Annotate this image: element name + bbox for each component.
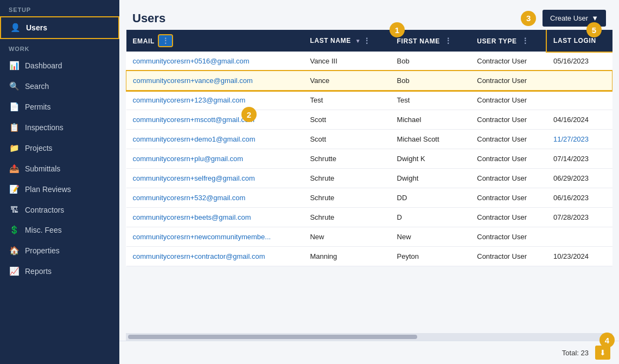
sidebar: SETUP 👤 Users WORK 📊 Dashboard 🔍 Search … — [0, 0, 119, 364]
email-link[interactable]: communitycoresrn+selfreg@gmail.com — [133, 174, 255, 182]
cell-email: communitycoresrn+beets@gmail.com — [126, 208, 304, 227]
sidebar-item-users-label: Users — [26, 23, 47, 32]
cell-last-name: Schrute — [303, 188, 390, 208]
horizontal-scrollbar[interactable] — [126, 333, 612, 341]
cell-user-type: Contractor User — [470, 227, 547, 247]
col-last-login-label: LAST LOGIN — [553, 37, 596, 44]
email-link[interactable]: communitycoresrn+demo1@gmail.com — [133, 135, 256, 143]
col-user-type: USER TYPE ⋮ — [470, 30, 547, 52]
dropdown-arrow-icon: ▼ — [591, 14, 598, 22]
sidebar-item-inspections[interactable]: 📋 Inspections — [0, 117, 119, 138]
annotation-1: 1 — [390, 22, 405, 37]
sidebar-item-properties[interactable]: 🏠 Properties — [0, 240, 119, 261]
cell-first-name: Dwight K — [391, 149, 471, 169]
email-link[interactable]: communitycoresrn+newcommunitymembe... — [133, 233, 271, 241]
first-name-menu-dots[interactable]: ⋮ — [444, 36, 452, 45]
cell-user-type: Contractor User — [470, 188, 547, 208]
sidebar-item-inspections-label: Inspections — [25, 123, 63, 132]
sidebar-item-contractors-label: Contractors — [25, 206, 64, 214]
table-header-row: EMAIL ⋮ LAST NAME ▼ ⋮ — [126, 30, 612, 52]
users-icon: 👤 — [10, 23, 21, 33]
sidebar-item-permits[interactable]: 📄 Permits — [0, 97, 119, 117]
col-user-type-label: USER TYPE — [477, 37, 516, 45]
user-type-col-controls[interactable]: ⋮ — [521, 36, 529, 45]
cell-last-name: Schrute — [303, 169, 390, 188]
sidebar-item-misc-fees-label: Misc. Fees — [25, 226, 62, 234]
plan-reviews-icon: 📝 — [9, 184, 20, 194]
cell-last-name: Vance — [303, 71, 390, 91]
sidebar-item-plan-reviews[interactable]: 📝 Plan Reviews — [0, 179, 119, 200]
cell-last-login: 07/14/2023 — [547, 149, 612, 169]
table-wrapper: 1 2 5 EMAIL ⋮ LAST NAME — [119, 30, 619, 364]
cell-email: communitycoresrn+532@gmail.com — [126, 188, 304, 208]
email-col-controls[interactable]: ⋮ — [159, 35, 173, 46]
table-row[interactable]: communitycoresrn+plu@gmail.comSchrutteDw… — [126, 149, 612, 169]
cell-email: communitycoresrn+vance@gmail.com — [126, 71, 304, 91]
cell-email: communitycoresrn+mscott@gmail.com — [126, 110, 304, 130]
cell-first-name: Bob — [391, 71, 471, 91]
sidebar-item-projects[interactable]: 📁 Projects — [0, 138, 119, 158]
cell-first-name: Michael — [391, 110, 471, 130]
inspections-icon: 📋 — [9, 123, 20, 132]
sidebar-item-misc-fees[interactable]: 💲 Misc. Fees — [0, 220, 119, 240]
cell-first-name: D — [391, 208, 471, 227]
cell-first-name: DD — [391, 188, 471, 208]
cell-last-login: 10/23/2024 — [547, 247, 612, 266]
table-row[interactable]: communitycoresrn+mscott@gmail.comScottMi… — [126, 110, 612, 130]
cell-first-name: Bob — [391, 52, 471, 71]
email-link[interactable]: communitycoresrn+contractor@gmail.com — [133, 252, 265, 260]
cell-last-login: 11/27/2023 — [547, 130, 612, 149]
table-row[interactable]: communitycoresrn+vance@gmail.comVanceBob… — [126, 71, 612, 91]
cell-last-login: 06/16/2023 — [547, 188, 612, 208]
sidebar-item-submittals[interactable]: 📤 Submittals — [0, 158, 119, 179]
sidebar-item-users[interactable]: 👤 Users — [0, 16, 119, 39]
user-type-menu-dots[interactable]: ⋮ — [521, 36, 529, 45]
create-user-label: Create User — [550, 14, 588, 22]
table-row[interactable]: communitycoresrn+beets@gmail.comSchruteD… — [126, 208, 612, 227]
cell-first-name: Michael Scott — [391, 130, 471, 149]
email-link[interactable]: communitycoresrn+532@gmail.com — [133, 194, 246, 202]
sidebar-item-search[interactable]: 🔍 Search — [0, 76, 119, 97]
cell-last-name: Schrute — [303, 208, 390, 227]
col-email: EMAIL ⋮ — [126, 30, 304, 52]
horizontal-scroll-thumb[interactable] — [128, 335, 417, 339]
table-row[interactable]: communitycoresrn+123@gmail.comTestTestCo… — [126, 91, 612, 110]
cell-last-login: 04/16/2024 — [547, 110, 612, 130]
table-row[interactable]: communitycoresrn+532@gmail.comSchruteDDC… — [126, 188, 612, 208]
email-link[interactable]: communitycoresrn+mscott@gmail.com — [133, 116, 255, 124]
email-link[interactable]: communitycoresrn+0516@gmail.com — [133, 57, 250, 65]
main-content: Users 3 Create User ▼ 1 2 5 — [119, 0, 619, 364]
email-menu-dots[interactable]: ⋮ — [159, 35, 173, 46]
users-table-container[interactable]: EMAIL ⋮ LAST NAME ▼ ⋮ — [126, 30, 612, 333]
download-button[interactable]: ⬇ — [595, 346, 610, 360]
col-last-name-label: LAST NAME — [310, 37, 350, 44]
sidebar-item-projects-label: Projects — [25, 144, 53, 152]
cell-last-name: Vance III — [303, 52, 390, 71]
sidebar-item-reports[interactable]: 📈 Reports — [0, 261, 119, 282]
email-link[interactable]: communitycoresrn+vance@gmail.com — [133, 76, 253, 85]
cell-user-type: Contractor User — [470, 149, 547, 169]
sidebar-item-dashboard[interactable]: 📊 Dashboard — [0, 55, 119, 76]
cell-first-name: New — [391, 227, 471, 247]
email-link[interactable]: communitycoresrn+123@gmail.com — [133, 96, 246, 104]
table-row[interactable]: communitycoresrn+selfreg@gmail.comSchrut… — [126, 169, 612, 188]
sidebar-item-dashboard-label: Dashboard — [25, 61, 62, 70]
cell-last-login: 06/29/2023 — [547, 169, 612, 188]
email-link[interactable]: communitycoresrn+plu@gmail.com — [133, 155, 244, 163]
email-link[interactable]: communitycoresrn+beets@gmail.com — [133, 213, 251, 221]
table-row[interactable]: communitycoresrn+newcommunitymembe...New… — [126, 227, 612, 247]
sidebar-item-contractors[interactable]: 🏗 Contractors — [0, 200, 119, 220]
submittals-icon: 📤 — [9, 164, 20, 174]
cell-last-name: Scott — [303, 130, 390, 149]
table-row[interactable]: communitycoresrn+demo1@gmail.comScottMic… — [126, 130, 612, 149]
cell-last-login — [547, 227, 612, 247]
first-name-col-controls[interactable]: ⋮ — [444, 36, 452, 45]
table-row[interactable]: communitycoresrn+0516@gmail.comVance III… — [126, 52, 612, 71]
cell-first-name: Dwight — [391, 169, 471, 188]
cell-email: communitycoresrn+demo1@gmail.com — [126, 130, 304, 149]
cell-email: communitycoresrn+123@gmail.com — [126, 91, 304, 110]
cell-last-name: Scott — [303, 110, 390, 130]
last-name-col-controls[interactable]: ▼ ⋮ — [355, 36, 371, 45]
last-name-menu-dots[interactable]: ⋮ — [363, 36, 371, 45]
table-row[interactable]: communitycoresrn+contractor@gmail.comMan… — [126, 247, 612, 266]
